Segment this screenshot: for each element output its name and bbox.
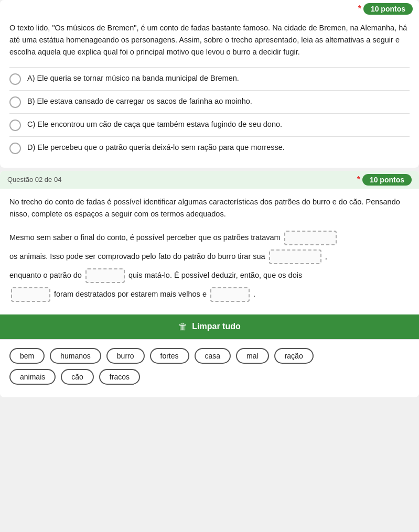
option-b-radio[interactable] <box>9 96 21 108</box>
option-c-row[interactable]: C) Ele encontrou um cão de caça que tamb… <box>9 113 410 136</box>
word-row-2: animaiscãofracos <box>9 369 410 385</box>
q1-text: O texto lido, "Os músicos de Bremen", é … <box>9 22 410 59</box>
q2-body: No trecho do conto de fadas é possível i… <box>0 189 419 314</box>
word-chip[interactable]: fracos <box>99 369 140 385</box>
option-c-radio[interactable] <box>9 120 21 131</box>
fill-input-4b[interactable] <box>210 287 250 302</box>
sentence4-end: . <box>253 290 255 298</box>
option-d-row[interactable]: D) Ele percebeu que o patrão queria deix… <box>9 136 410 159</box>
q2-header: Questão 02 de 04 * 10 pontos <box>0 171 419 189</box>
fill-sentence-2: os animais. Isso pode ser comprovado pel… <box>9 248 410 265</box>
q1-header: * 10 pontos <box>0 0 419 17</box>
question-2-card: Questão 02 de 04 * 10 pontos No trecho d… <box>0 171 419 397</box>
q2-intro-text: No trecho do conto de fadas é possível i… <box>9 196 410 220</box>
option-b-text: B) Ele estava cansado de carregar os sac… <box>27 96 252 107</box>
trash-icon: 🗑 <box>178 321 188 332</box>
fill-input-1[interactable] <box>284 231 337 245</box>
word-chip[interactable]: burro <box>106 348 145 364</box>
sentence1-pre: Mesmo sem saber o final do conto, é poss… <box>9 233 281 242</box>
question-1-card: * 10 pontos O texto lido, "Os músicos de… <box>0 0 419 168</box>
word-chip[interactable]: ração <box>274 348 314 364</box>
fill-input-2[interactable] <box>269 249 321 264</box>
sentence2-pre: os animais. Isso pode ser comprovado pel… <box>9 252 265 260</box>
option-b-row[interactable]: B) Ele estava cansado de carregar os sac… <box>9 90 410 113</box>
sentence4-post: foram destratados por estarem mais velho… <box>54 290 207 298</box>
sentence2-post: , <box>325 252 327 260</box>
option-d-text: D) Ele percebeu que o patrão queria deix… <box>27 142 285 154</box>
fill-sentence-1: Mesmo sem saber o final do conto, é poss… <box>9 230 410 246</box>
option-c-text: C) Ele encontrou um cão de caça que tamb… <box>27 119 282 131</box>
q2-label: Questão 02 de 04 <box>7 176 61 183</box>
fill-sentence-3: enquanto o patrão do quis matá-lo. É pos… <box>9 267 410 284</box>
word-chip[interactable]: animais <box>9 369 56 385</box>
word-chip[interactable]: cão <box>61 369 94 385</box>
option-a-text: A) Ele queria se tornar músico na banda … <box>27 73 239 84</box>
q1-points-badge: * 10 pontos <box>358 3 413 15</box>
sentence3-mid: quis matá-lo. É possível deduzir, então,… <box>128 271 302 279</box>
q1-star: * <box>358 4 361 14</box>
option-a-radio[interactable] <box>9 73 21 85</box>
q2-points-label: 10 pontos <box>362 174 412 186</box>
word-chip[interactable]: fortes <box>150 348 189 364</box>
option-d-radio[interactable] <box>9 143 21 154</box>
clear-button-label: Limpar tudo <box>192 322 240 331</box>
word-chip[interactable]: bem <box>9 348 45 364</box>
q1-points-label: 10 pontos <box>363 3 413 15</box>
word-bank: bemhumanosburrofortescasamalração animai… <box>0 339 419 397</box>
sentence3-pre: enquanto o patrão do <box>9 271 82 279</box>
q2-points-badge: * 10 pontos <box>357 174 412 186</box>
q2-star: * <box>357 175 360 184</box>
fill-sentence-4: foram destratados por estarem mais velho… <box>9 286 410 303</box>
word-chip[interactable]: casa <box>195 348 231 364</box>
word-chip[interactable]: humanos <box>50 348 101 364</box>
word-chip[interactable]: mal <box>236 348 269 364</box>
q1-body: O texto lido, "Os músicos de Bremen", é … <box>0 17 419 168</box>
clear-button[interactable]: 🗑 Limpar tudo <box>0 314 419 339</box>
option-a-row[interactable]: A) Ele queria se tornar músico na banda … <box>9 67 410 90</box>
word-row-1: bemhumanosburrofortescasamalração <box>9 348 410 364</box>
fill-input-3[interactable] <box>85 268 125 283</box>
fill-input-4a[interactable] <box>11 287 50 302</box>
